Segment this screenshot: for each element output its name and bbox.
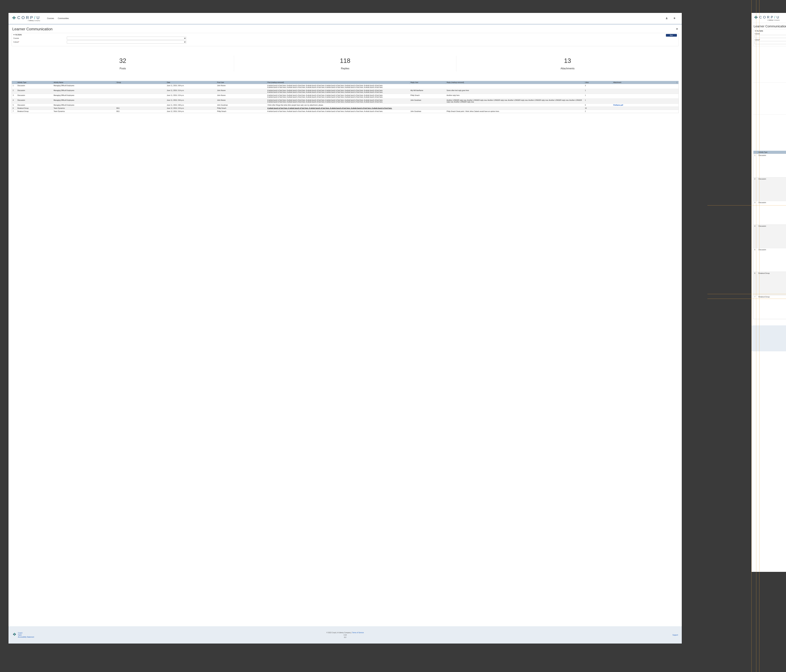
col-post-user[interactable]: Post User <box>216 81 266 84</box>
course-select[interactable] <box>67 37 186 40</box>
mobile-page-title: Learner Communication <box>754 25 786 28</box>
table-row[interactable]: 4DiscussionManaging Difficult EmployeesJ… <box>12 99 679 104</box>
table-row[interactable]: 4DiscussionManaging Difficult Employees <box>753 225 786 248</box>
mobile-footer: CorpU Open Accessibility Statement © 202… <box>751 325 786 351</box>
svg-rect-10 <box>754 17 756 18</box>
mobile-stat-attachments: 13 Attachments <box>753 114 786 146</box>
table-menu-icon[interactable]: ⋮ <box>676 82 678 83</box>
mobile-brand-logo[interactable]: CORP/U A Udemy Company <box>754 15 780 21</box>
table-row[interactable]: 2DiscussionManaging Difficult EmployeesJ… <box>12 89 679 94</box>
col-activity-name[interactable]: Activity Name <box>53 81 116 84</box>
stat-posts: 32 Posts <box>12 56 234 72</box>
svg-rect-3 <box>13 18 15 19</box>
footer-accessibility-link[interactable]: Accessibility Statement <box>18 636 34 638</box>
col-date[interactable]: Date <box>166 81 216 84</box>
nav-courses[interactable]: Courses <box>47 17 54 19</box>
logo-diamond-icon <box>754 15 758 20</box>
filters-toggle[interactable]: FILTERS <box>13 34 677 36</box>
table-row[interactable]: 1DiscussionManaging Difficult Employees <box>753 154 786 177</box>
logo-tagline: A Udemy Company <box>28 20 40 21</box>
col-attachment[interactable]: Attachment⋮ <box>612 81 679 84</box>
mobile-filters-panel: FILTERS Run Course Cohort* <box>753 29 786 46</box>
col-post[interactable]: Post (markup removed) <box>266 81 410 84</box>
stat-posts-value: 32 <box>12 57 234 64</box>
mobile-stats: 32 Posts 118 Replies 13 Attachments <box>753 51 786 146</box>
svg-rect-7 <box>14 634 15 636</box>
filters-panel: FILTERS Run Course Cohort* <box>12 33 679 46</box>
stats-row: 32 Posts 118 Replies 13 Attachments <box>12 56 679 72</box>
table-row[interactable]: 6Breakout GroupTeam DynamicsBG1June 12, … <box>12 107 679 110</box>
run-button[interactable]: Run <box>666 34 677 37</box>
stat-posts-label: Posts <box>12 67 234 70</box>
logo-tagline: A Udemy Company <box>767 19 780 21</box>
mobile-header: CORP/U A Udemy Company <box>751 13 786 23</box>
table-row[interactable]: 3DiscussionManaging Difficult Employees <box>753 201 786 225</box>
mobile-table-header-row: Activity Type Activity Name Group <box>753 151 786 154</box>
footer-open-link[interactable]: Open <box>18 634 34 636</box>
desktop-frame: CORP/U A Udemy Company Courses Communiti… <box>8 13 682 644</box>
cohort-select[interactable] <box>67 41 186 44</box>
mobile-data-table: Activity Type Activity Name Group 1Discu… <box>753 151 786 319</box>
stat-replies-value: 118 <box>234 57 456 64</box>
mobile-footer-version: 3.08.0 <box>753 342 786 344</box>
svg-rect-6 <box>13 633 14 635</box>
svg-rect-8 <box>755 16 757 17</box>
col-group[interactable]: Group <box>116 81 166 84</box>
hguide <box>707 294 786 294</box>
brand-logo[interactable]: CORP/U A Udemy Company <box>12 15 41 21</box>
footer-version: 3.10 <box>327 634 364 636</box>
table-row[interactable]: 5DiscussionManaging Difficult EmployeesJ… <box>12 104 679 107</box>
page-settings-gear-icon[interactable] <box>676 28 678 30</box>
svg-rect-5 <box>15 633 16 635</box>
table-row[interactable]: 6Breakout GroupTeam DynamicsBG1 <box>753 272 786 295</box>
table-row[interactable]: 2DiscussionManaging Difficult Employees <box>753 177 786 201</box>
stat-attachments: 13 Attachments <box>456 56 679 72</box>
table-row[interactable]: 1DiscussionManaging Difficult EmployeesJ… <box>12 84 679 89</box>
page-title: Learner Communication <box>12 27 676 31</box>
stat-replies: 118 Replies <box>234 56 456 72</box>
svg-rect-0 <box>13 16 15 17</box>
stat-attachments-value: 13 <box>456 57 679 64</box>
user-icon[interactable] <box>665 17 668 20</box>
logo-text: CORP/U <box>759 15 780 19</box>
svg-rect-9 <box>756 17 758 18</box>
vguide <box>756 0 756 672</box>
footer-version-2: 6.0 <box>327 636 364 639</box>
stat-attachments-label: Attachments <box>456 67 679 70</box>
logo-diamond-icon <box>12 16 16 20</box>
footer-center: © 2022 CorpU, A Udemy Company | Terms of… <box>327 631 364 639</box>
col-reply[interactable]: Reply (markup removed) <box>446 81 584 84</box>
logo-text: CORP/U <box>17 15 41 20</box>
col-reply-user[interactable]: Reply User <box>410 81 446 84</box>
gear-icon[interactable] <box>673 17 676 20</box>
data-table: Activity Type Activity Name Group Date P… <box>12 81 679 113</box>
footer-logo-icon <box>12 632 17 636</box>
table-header-row: Activity Type Activity Name Group Date P… <box>12 81 679 84</box>
col-likes[interactable]: Likes <box>584 81 612 84</box>
course-label: Course <box>13 37 67 39</box>
hguide <box>707 205 786 206</box>
nav-communities[interactable]: Communities <box>58 17 69 19</box>
attachment-link[interactable]: FileName.pdf <box>613 104 623 106</box>
svg-rect-2 <box>12 17 14 19</box>
col-num[interactable] <box>12 81 17 84</box>
svg-rect-4 <box>14 633 15 634</box>
post-link[interactable]: A whole bunch of text here. A whole bunc… <box>267 107 392 109</box>
svg-rect-1 <box>14 17 16 19</box>
table-row[interactable]: 7Breakout GroupTeam DynamicsBG1June 12, … <box>12 110 679 113</box>
footer-terms-link[interactable]: Terms of Service <box>352 632 364 633</box>
svg-rect-11 <box>755 17 757 19</box>
mobile-stat-replies: 118 Replies <box>753 83 786 114</box>
caret-down-icon <box>13 35 15 35</box>
table-row[interactable]: 3DiscussionManaging Difficult EmployeesJ… <box>12 94 679 99</box>
mobile-frame: CORP/U A Udemy Company Learner Communica… <box>751 13 786 572</box>
footer-support-link[interactable]: Support <box>673 634 678 636</box>
table-row[interactable]: 5DiscussionManaging Difficult Employees <box>753 248 786 272</box>
top-nav: Courses Communities <box>47 17 69 19</box>
table-row[interactable]: 7Breakout GroupTeam DynamicsBG1 <box>753 295 786 319</box>
app-header: CORP/U A Udemy Company Courses Communiti… <box>8 13 682 24</box>
mobile-stat-posts: 32 Posts <box>753 51 786 83</box>
caret-down-icon <box>755 31 756 31</box>
footer-corpu-link[interactable]: CorpU <box>18 632 34 634</box>
col-activity-type[interactable]: Activity Type <box>17 81 53 84</box>
